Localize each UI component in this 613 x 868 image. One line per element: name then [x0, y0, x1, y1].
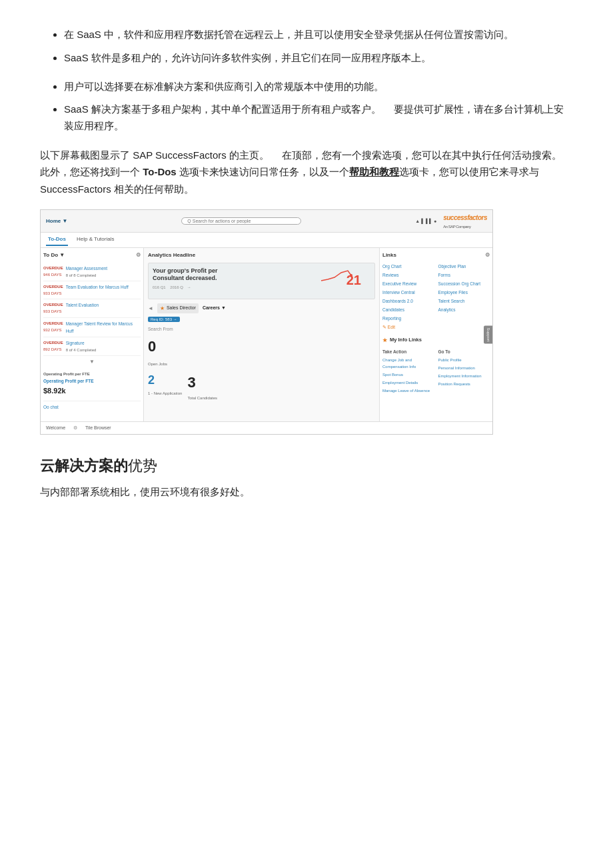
bullet-item: SaaS 解决方案基于多租户架构，其中单个配置适用于所有租户或客户。 要提供可扩…	[64, 101, 573, 135]
todo-text[interactable]: Signature	[66, 339, 97, 347]
bottom-tab-tile-browser[interactable]: Tile Browser	[85, 424, 111, 432]
todo-panel: To Do ▼ ⚙ OVERDUE 946 DAYS Manager Asses…	[41, 248, 144, 421]
star-icon: ★	[160, 304, 165, 313]
link-candidates[interactable]: Candidates	[382, 306, 434, 313]
todo-status: OVERDUE	[43, 283, 63, 290]
analytics-header: Analytics Headline	[148, 251, 375, 260]
go-to-col: Go To Public Profile Personal Informatio…	[438, 348, 490, 396]
link-employee-files[interactable]: Employee Files	[438, 289, 490, 296]
todo-sub: 8 of 4 Completed	[66, 347, 97, 353]
oo-chat[interactable]: Oo chat	[43, 401, 141, 411]
successfactors-screenshot: Home ▼ ▲ ▌ ▌▌ ● successfactors An SAP Co…	[40, 209, 493, 435]
nav-tab-todos[interactable]: To-Dos	[46, 234, 68, 246]
link-reviews[interactable]: Reviews	[382, 271, 434, 279]
my-info-header: ★ My Info Links	[382, 336, 490, 345]
todo-status: OVERDUE	[43, 301, 63, 308]
support-tab[interactable]: Support	[484, 326, 493, 344]
analytics-chart: Your group's Profit per Consultant decre…	[148, 263, 375, 299]
analytics-panel: Analytics Headline Your group's Profit p…	[144, 248, 379, 421]
link-employment-details[interactable]: Employment Details	[382, 379, 434, 386]
link-forms[interactable]: Forms	[438, 271, 490, 279]
sales-director-badge: ★ Sales Director	[157, 303, 199, 314]
heading-bold: 云解决方案的	[40, 457, 128, 474]
bullet-item: SaaS 软件是多租户的，允许访问许多软件实例，并且它们在同一应用程序版本上。	[64, 50, 573, 67]
new-app-label: 1 - New Application	[148, 390, 182, 397]
header-icons: ▲ ▌ ▌▌ ●	[415, 217, 436, 225]
prev-icon[interactable]: ◄	[148, 304, 153, 313]
profit-label: Operating Profit per FTE	[43, 371, 141, 377]
cloud-subtext: 与内部部署系统相比，使用云环境有很多好处。	[40, 483, 573, 501]
link-manage-leave[interactable]: Manage Leave of Absence	[382, 387, 434, 394]
link-succession-org[interactable]: Succession Org Chart	[438, 280, 490, 287]
link-personal-info[interactable]: Personal Information	[438, 365, 490, 371]
search-from-label: Search From	[148, 325, 375, 333]
search-bar[interactable]	[74, 217, 408, 226]
my-info-title: My Info Links	[390, 336, 422, 345]
link-objective-plan[interactable]: Objective Plan	[438, 263, 490, 270]
link-analytics[interactable]: Analytics	[438, 306, 490, 313]
take-action-col: Take Action Change Job and Compensation …	[382, 348, 434, 396]
profit-sublabel: Operating Profit per FTE	[43, 377, 141, 385]
sf-header: Home ▼ ▲ ▌ ▌▌ ● successfactors An SAP Co…	[41, 210, 492, 233]
todo-days: 932 DAYS	[43, 327, 63, 333]
todo-item-5: OVERDUE 892 DAYS Signature 8 of 4 Comple…	[43, 337, 141, 356]
profit-section: Operating Profit per FTE Operating Profi…	[43, 371, 141, 397]
link-org-chart[interactable]: Org Chart	[382, 263, 434, 270]
support-tab-container: Support	[484, 326, 493, 344]
bullet-item: 用户可以选择要在标准解决方案和供应商引入的常规版本中使用的功能。	[64, 79, 573, 95]
req-id-badge[interactable]: Req ID: 583 →	[148, 315, 375, 323]
careers-section: ◄ ★ Sales Director Careers ▼ Req ID: 583…	[148, 303, 375, 367]
bullet-item: 在 SaaS 中，软件和应用程序数据托管在远程云上，并且可以使用安全登录凭据从任…	[64, 27, 573, 43]
sf-logo-main: successfactors	[443, 212, 487, 223]
link-spot-bonus[interactable]: Spot Bonus	[382, 371, 434, 378]
link-interview-central[interactable]: Interview Central	[382, 289, 434, 296]
todo-item-3: OVERDUE 933 DAYS Talent Evaluation	[43, 299, 141, 317]
new-app-block: 2 1 - New Application	[148, 370, 182, 397]
welcome-settings-icon[interactable]: ⚙	[73, 424, 77, 432]
link-reporting[interactable]: Reporting	[382, 315, 434, 322]
cloud-section-heading: 云解决方案的优势	[40, 453, 573, 478]
todo-status: OVERDUE	[43, 320, 63, 327]
todo-text[interactable]: Manager Talent Review for Marcus Huff	[66, 320, 141, 335]
new-app-num: 2	[148, 370, 182, 391]
heading-regular: 优势	[128, 457, 157, 474]
nav-tab-help[interactable]: Help & Tutorials	[75, 234, 116, 246]
take-action-header: Take Action	[382, 348, 434, 355]
home-tab[interactable]: Home ▼	[46, 217, 67, 226]
new-app-section: 2 1 - New Application 3 Total Candidates	[148, 370, 375, 402]
link-talent-search[interactable]: Talent Search	[438, 297, 490, 305]
todo-text[interactable]: Team Evaluation for Marcus Huff	[66, 283, 129, 291]
sales-director-label: Sales Director	[167, 304, 196, 312]
star-icon: ★	[382, 336, 387, 345]
todo-settings-icon[interactable]: ⚙	[136, 251, 141, 260]
link-employment-info[interactable]: Employment Information	[438, 373, 490, 379]
link-dashboards[interactable]: Dashboards 2.0	[382, 297, 434, 305]
link-change-job[interactable]: Change Job and Compensation Info	[382, 357, 434, 370]
todo-more-icon[interactable]: ▼	[43, 357, 141, 367]
bullet-list-2: 用户可以选择要在标准解决方案和供应商引入的常规版本中使用的功能。 SaaS 解决…	[40, 79, 573, 135]
links-panel-header: Links ⚙	[382, 251, 490, 260]
link-executive-review[interactable]: Executive Review	[382, 280, 434, 287]
total-candidates-label: Total Candidates	[187, 395, 217, 401]
sf-logo-sub: An SAP Company	[443, 223, 487, 230]
careers-dropdown[interactable]: Careers ▼	[203, 304, 226, 312]
link-position-requests[interactable]: Position Requests	[438, 381, 490, 387]
todo-sub: 8 of 8 Completed	[66, 272, 108, 279]
todo-days: 946 DAYS	[43, 271, 63, 278]
my-info-section: ★ My Info Links Take Action Change Job a…	[382, 336, 490, 396]
search-input[interactable]	[181, 217, 301, 225]
bottom-tab-welcome[interactable]: Welcome	[46, 424, 65, 432]
bullet-section-2: 用户可以选择要在标准解决方案和供应商引入的常规版本中使用的功能。 SaaS 解决…	[40, 79, 573, 135]
todo-text[interactable]: Talent Evaluation	[66, 301, 99, 309]
sf-bottom-bar: Welcome ⚙ Tile Browser	[41, 421, 492, 434]
links-panel: Links ⚙ Org Chart Objective Plan Reviews…	[379, 248, 492, 421]
bullet-section-1: 在 SaaS 中，软件和应用程序数据托管在远程云上，并且可以使用安全登录凭据从任…	[40, 27, 573, 67]
req-badge: Req ID: 583 →	[148, 317, 180, 322]
links-settings-icon[interactable]: ⚙	[485, 251, 490, 260]
link-edit[interactable]: ✎ Edit	[382, 323, 434, 331]
link-public-profile[interactable]: Public Profile	[438, 357, 490, 363]
sf-nav: To-Dos Help & Tutorials	[41, 233, 492, 248]
todo-text[interactable]: Manager Assessment	[66, 265, 108, 272]
chart-nav-icon[interactable]: →	[187, 285, 191, 289]
todo-status: OVERDUE	[43, 265, 63, 271]
